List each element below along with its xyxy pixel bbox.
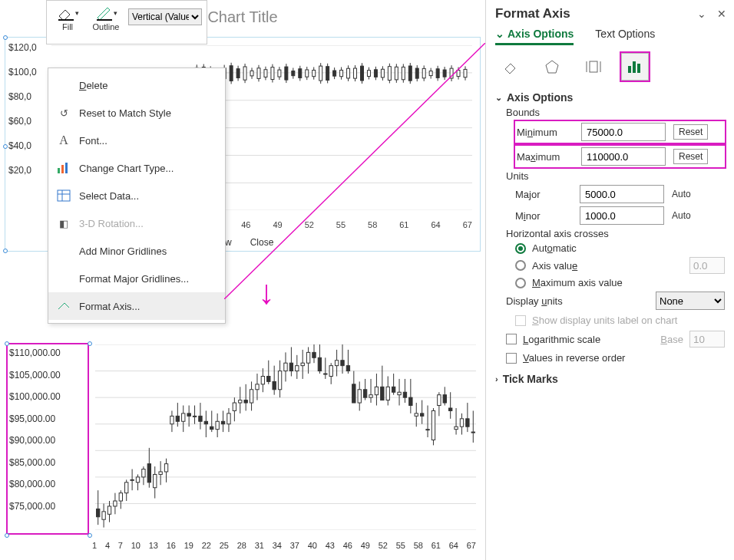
svg-rect-20: [236, 69, 240, 78]
svg-rect-221: [426, 430, 429, 430]
axis-tick-label: $95,000.00: [9, 413, 61, 424]
svg-rect-105: [97, 509, 100, 516]
maximum-input[interactable]: [581, 147, 666, 166]
svg-rect-175: [296, 366, 299, 371]
svg-rect-145: [210, 427, 213, 429]
menu-reset-match-style[interactable]: ↺Reset to Match Style: [48, 99, 225, 127]
reverse-order-checkbox[interactable]: Values in reverse order: [506, 352, 725, 364]
tab-axis-options[interactable]: ⌄Axis Options: [495, 28, 574, 45]
axis-tick-label: $40,0: [8, 140, 37, 151]
menu-change-chart-type[interactable]: Change Chart Type...: [48, 154, 225, 182]
chart-plot-area: [95, 344, 476, 530]
svg-rect-115: [125, 483, 128, 493]
menu-add-minor-gridlines[interactable]: Add Minor Gridlines: [48, 237, 225, 265]
axis-tick-label: $110,000.00: [9, 348, 61, 358]
axis-tick-label: 28: [237, 541, 246, 550]
section-axis-options[interactable]: ⌄Axis Options: [495, 91, 725, 104]
svg-rect-91: [65, 163, 68, 173]
svg-rect-70: [408, 66, 412, 81]
axis-tick-label: $80,000.00: [9, 479, 61, 489]
axis-options-icon[interactable]: [621, 53, 649, 81]
lower-chart: $110,000.00$105,000.00$100,000.00$95,000…: [3, 340, 481, 555]
svg-rect-141: [199, 416, 202, 421]
axis-tick-label: 25: [220, 541, 229, 550]
minor-label: Minor: [515, 210, 572, 222]
svg-rect-125: [154, 474, 157, 487]
axis-tick-label: 37: [290, 541, 299, 550]
chart-title[interactable]: Chart Title: [207, 8, 277, 26]
svg-rect-143: [204, 421, 207, 423]
svg-rect-211: [398, 392, 401, 394]
svg-rect-90: [61, 165, 64, 173]
axis-tick-label: $20,0: [8, 165, 37, 176]
svg-rect-87: [58, 19, 74, 21]
svg-rect-18: [230, 66, 233, 81]
svg-rect-54: [354, 68, 357, 78]
crosses-automatic-radio[interactable]: Automatic: [515, 242, 725, 254]
svg-rect-52: [347, 68, 350, 78]
axis-tick-label: 10: [131, 541, 141, 550]
crosses-axis-value-input: [689, 257, 725, 274]
fill-line-icon[interactable]: [497, 53, 524, 81]
menu-format-major-gridlines[interactable]: Format Major Gridlines...: [48, 265, 225, 292]
svg-rect-80: [443, 70, 446, 77]
minimum-reset-button[interactable]: Reset: [673, 124, 708, 140]
axis-tick-label: 31: [255, 541, 264, 550]
minor-input[interactable]: [580, 206, 664, 225]
svg-rect-155: [239, 400, 242, 403]
svg-rect-24: [250, 71, 253, 76]
effects-icon[interactable]: [538, 53, 566, 81]
annotation-arrow-icon: ↓: [258, 273, 275, 311]
svg-rect-231: [455, 427, 458, 429]
bounds-heading: Bounds: [506, 107, 725, 118]
menu-delete[interactable]: Delete: [48, 71, 225, 99]
chart-y-axis-labels[interactable]: $120,0$100,0$80,0$60,0$40,0$20,0: [8, 42, 37, 176]
chart-element-select[interactable]: Vertical (Value): [128, 8, 202, 25]
crosses-axis-value-radio[interactable]: Axis value: [515, 257, 725, 274]
size-properties-icon[interactable]: [580, 53, 607, 81]
axis-tick-label: 67: [463, 220, 472, 229]
context-menu: Delete ↺Reset to Match Style AFont... Ch…: [48, 68, 226, 324]
menu-format-axis[interactable]: Format Axis...: [48, 292, 225, 320]
svg-rect-44: [319, 66, 322, 81]
svg-rect-32: [278, 70, 281, 77]
svg-rect-157: [244, 400, 247, 403]
display-units-select[interactable]: None: [656, 292, 725, 310]
axis-tick-label: $120,0: [8, 42, 37, 53]
chart-y-axis-labels[interactable]: $110,000.00$105,000.00$100,000.00$95,000…: [9, 348, 61, 512]
axis-tick-label: 13: [149, 541, 158, 550]
tab-text-options[interactable]: Text Options: [595, 28, 655, 45]
log-scale-checkbox[interactable]: Logarithmic scale Base: [506, 331, 725, 348]
major-input[interactable]: [580, 185, 664, 203]
svg-rect-121: [142, 469, 145, 477]
panel-close-icon[interactable]: ✕: [717, 8, 726, 20]
svg-rect-78: [436, 69, 439, 78]
svg-marker-238: [546, 61, 558, 73]
axis-tick-label: Close: [250, 237, 274, 248]
svg-rect-177: [301, 363, 304, 365]
outline-button[interactable]: ▾ Outline: [90, 4, 122, 31]
axis-tick-label: 46: [343, 541, 352, 550]
axis-tick-label: $100,0: [8, 67, 37, 77]
crosses-maximum-radio[interactable]: Maximum axis value: [515, 277, 725, 288]
svg-rect-181: [312, 352, 316, 357]
fill-button[interactable]: ▾ Fill: [51, 4, 84, 31]
svg-rect-161: [256, 384, 259, 390]
section-tick-marks[interactable]: ›Tick Marks: [495, 373, 725, 385]
svg-rect-89: [58, 168, 60, 173]
maximum-reset-button[interactable]: Reset: [673, 149, 708, 164]
display-units-label: Display units: [506, 295, 563, 307]
svg-rect-129: [164, 464, 167, 472]
minimum-input[interactable]: [581, 123, 666, 141]
svg-rect-242: [628, 66, 631, 73]
crosses-heading: Horizontal axis crosses: [506, 228, 725, 239]
axis-tick-label: 61: [431, 541, 441, 550]
svg-rect-193: [346, 366, 349, 371]
mini-toolbar: ▾ Fill ▾ Outline Vertical (Value): [46, 0, 207, 44]
menu-font[interactable]: AFont...: [48, 127, 225, 154]
panel-collapse-icon[interactable]: ⌄: [697, 8, 706, 20]
axis-tick-label: 55: [396, 541, 405, 550]
menu-select-data[interactable]: Select Data...: [48, 182, 225, 209]
svg-rect-127: [159, 472, 162, 474]
axis-tick-label: $85,000.00: [9, 457, 61, 468]
